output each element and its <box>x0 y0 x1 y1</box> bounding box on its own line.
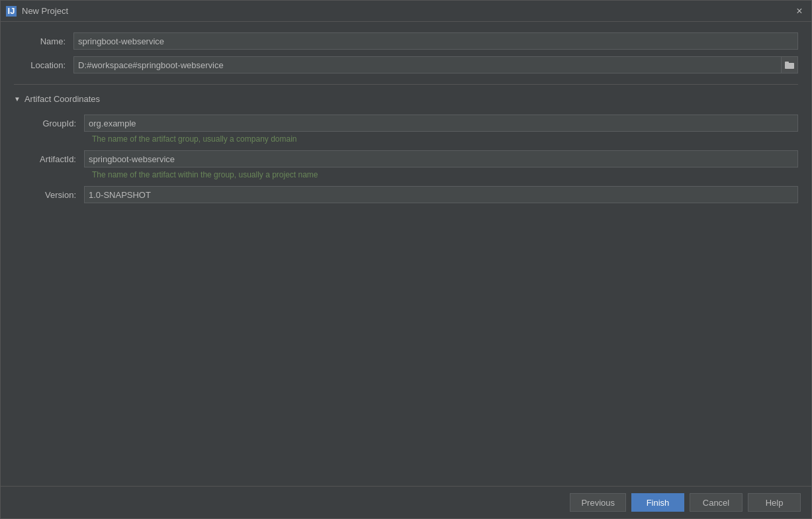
artifactid-label: ArtifactId: <box>24 154 84 164</box>
previous-button[interactable]: Previous <box>570 493 626 512</box>
location-input[interactable] <box>73 56 781 73</box>
finish-button[interactable]: Finish <box>631 493 684 512</box>
svg-rect-0 <box>785 63 794 69</box>
artifactid-hint: The name of the artifact within the grou… <box>92 170 798 179</box>
close-button[interactable]: × <box>793 5 806 18</box>
version-row: Version: <box>24 186 798 203</box>
name-label: Name: <box>14 36 73 46</box>
collapse-icon: ▼ <box>14 95 21 103</box>
artifact-section-content: GroupId: The name of the artifact group,… <box>14 115 798 203</box>
name-input[interactable] <box>73 32 798 50</box>
artifact-section-title: Artifact Coordinates <box>24 94 100 104</box>
dialog-title: New Project <box>22 6 793 16</box>
cancel-button[interactable]: Cancel <box>690 493 743 512</box>
version-label: Version: <box>24 190 84 200</box>
help-button[interactable]: Help <box>748 493 801 512</box>
artifactid-input[interactable] <box>84 150 798 167</box>
groupid-row: GroupId: <box>24 115 798 132</box>
dialog-content: Name: Location: ▼ Artifact Coordinates <box>1 22 811 486</box>
name-row: Name: <box>14 32 798 50</box>
location-input-wrapper <box>73 56 798 73</box>
svg-rect-1 <box>785 62 789 64</box>
new-project-dialog: IJ New Project × Name: Location: <box>0 0 812 519</box>
groupid-label: GroupId: <box>24 118 84 128</box>
groupid-hint: The name of the artifact group, usually … <box>92 134 798 144</box>
browse-button[interactable] <box>781 56 798 73</box>
divider <box>14 84 798 85</box>
folder-icon <box>785 61 794 69</box>
dialog-footer: Previous Finish Cancel Help <box>1 486 811 518</box>
app-icon: IJ <box>6 6 17 17</box>
location-row: Location: <box>14 56 798 73</box>
location-label: Location: <box>14 60 73 70</box>
version-input[interactable] <box>84 186 798 203</box>
title-bar: IJ New Project × <box>1 1 811 22</box>
groupid-input[interactable] <box>84 115 798 132</box>
artifact-section-header[interactable]: ▼ Artifact Coordinates <box>14 94 798 104</box>
artifactid-row: ArtifactId: <box>24 150 798 167</box>
